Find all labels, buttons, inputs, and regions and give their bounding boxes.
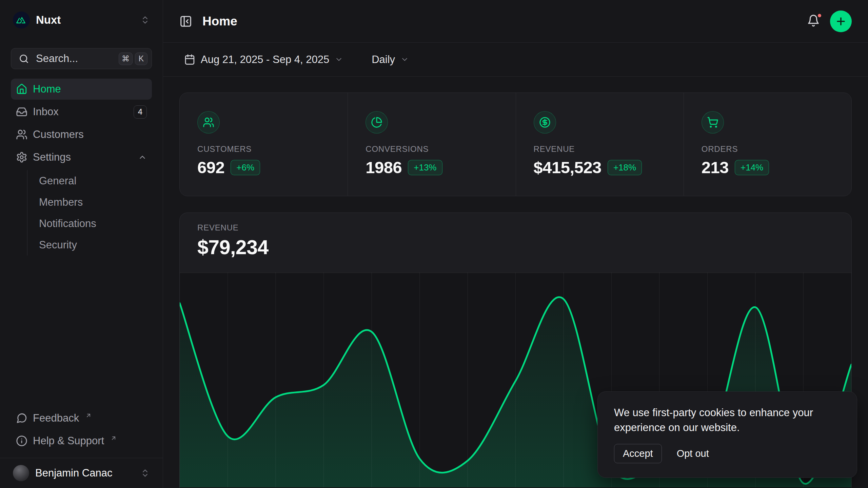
chevron-down-icon <box>335 55 343 64</box>
chevron-down-icon <box>400 55 409 64</box>
filter-bar: Aug 21, 2025 - Sep 4, 2025 Daily <box>163 43 868 77</box>
stat-label: ORDERS <box>702 144 834 154</box>
stat-value: 692 <box>197 158 224 177</box>
chevron-up-down-icon <box>140 15 150 25</box>
dollar-circle-icon <box>534 111 556 134</box>
stat-card-revenue[interactable]: REVENUE $415,523 +18% <box>516 93 684 196</box>
date-range-picker[interactable]: Aug 21, 2025 - Sep 4, 2025 <box>179 50 348 69</box>
sidebar-item-label: Customers <box>33 128 147 141</box>
calendar-icon <box>184 54 195 65</box>
revenue-chart-header: REVENUE $79,234 <box>180 213 851 259</box>
stats-row: CUSTOMERS 692 +6% CONVERSIONS 1986 +13% <box>179 93 852 196</box>
sidebar-item-general[interactable]: General <box>36 170 152 191</box>
cookie-message: We use first-party cookies to enhance yo… <box>614 405 841 435</box>
stat-delta-badge: +18% <box>608 160 642 175</box>
user-menu[interactable]: Benjamin Canac <box>0 458 163 488</box>
stat-card-conversions[interactable]: CONVERSIONS 1986 +13% <box>348 93 515 196</box>
accept-button[interactable]: Accept <box>614 444 662 463</box>
kbd-meta: ⌘ <box>119 53 133 65</box>
sidebar-item-customers[interactable]: Customers <box>11 124 152 145</box>
stat-label: CONVERSIONS <box>366 144 498 154</box>
opt-out-button[interactable]: Opt out <box>677 448 709 459</box>
page-header: Home <box>163 0 868 43</box>
date-range-label: Aug 21, 2025 - Sep 4, 2025 <box>201 54 329 66</box>
kbd-k: K <box>135 53 147 65</box>
cookie-actions: Accept Opt out <box>614 444 841 463</box>
stat-delta-badge: +14% <box>735 160 769 175</box>
users-icon <box>197 111 220 134</box>
inbox-icon <box>16 106 27 118</box>
house-icon <box>16 83 27 95</box>
sidebar-spacer <box>0 257 163 408</box>
chevron-up-down-icon <box>140 468 150 478</box>
add-button[interactable] <box>830 11 852 32</box>
search-shortcut: ⌘ K <box>119 53 147 65</box>
stat-label: REVENUE <box>534 144 666 154</box>
sidebar-item-inbox[interactable]: Inbox 4 <box>11 101 152 122</box>
settings-sub-nav: General Members Notifications Security <box>27 170 152 256</box>
pie-chart-icon <box>366 111 388 134</box>
granularity-select[interactable]: Daily <box>367 50 414 69</box>
revenue-chart-total: $79,234 <box>197 236 834 259</box>
gear-icon <box>16 151 27 163</box>
nuxt-logo <box>13 12 30 28</box>
external-link-arrow-icon <box>85 412 92 419</box>
sidebar-item-label: Settings <box>33 151 133 163</box>
stat-value: 1986 <box>366 158 402 177</box>
sidebar-item-label: Inbox <box>33 106 128 118</box>
user-name: Benjamin Canac <box>35 467 134 479</box>
search-placeholder: Search... <box>36 53 112 65</box>
user-avatar <box>13 465 29 481</box>
revenue-chart-label: REVENUE <box>197 223 834 232</box>
sidebar-item-label: Home <box>33 83 147 95</box>
sidebar-item-members[interactable]: Members <box>36 191 152 213</box>
stat-card-customers[interactable]: CUSTOMERS 692 +6% <box>180 93 348 196</box>
sidebar-item-settings[interactable]: Settings <box>11 147 152 168</box>
shopping-cart-icon <box>702 111 724 134</box>
external-link-arrow-icon <box>110 435 117 442</box>
stat-delta-badge: +13% <box>408 160 442 175</box>
sidebar-item-security[interactable]: Security <box>36 234 152 256</box>
stat-value: 213 <box>702 158 729 177</box>
inbox-count-badge: 4 <box>134 105 147 119</box>
cookie-banner: We use first-party cookies to enhance yo… <box>597 391 857 478</box>
sidebar-item-label: Feedback <box>33 412 79 424</box>
notification-dot <box>817 13 822 18</box>
sidebar-item-help-support[interactable]: Help & Support <box>11 430 152 451</box>
workspace-name: Nuxt <box>36 14 134 26</box>
stat-card-orders[interactable]: ORDERS 213 +14% <box>684 93 851 196</box>
sidebar-item-label: Help & Support <box>33 435 104 447</box>
users-icon <box>16 129 27 140</box>
message-circle-icon <box>16 412 27 424</box>
sidebar-collapse-icon[interactable] <box>179 15 192 28</box>
page-title: Home <box>202 14 237 28</box>
workspace-switcher[interactable]: Nuxt <box>11 10 152 30</box>
info-circle-icon <box>16 435 27 447</box>
sidebar-item-home[interactable]: Home <box>11 79 152 100</box>
stat-label: CUSTOMERS <box>197 144 330 154</box>
granularity-label: Daily <box>372 54 395 66</box>
sidebar-item-notifications[interactable]: Notifications <box>36 213 152 234</box>
sidebar-footer: Feedback Help & Support <box>11 408 152 453</box>
stat-value: $415,523 <box>534 158 601 177</box>
sidebar-item-feedback[interactable]: Feedback <box>11 408 152 429</box>
plus-icon <box>835 16 847 27</box>
search-input[interactable]: Search... ⌘ K <box>11 48 152 69</box>
stat-delta-badge: +6% <box>231 160 260 175</box>
notifications-button[interactable] <box>807 14 820 28</box>
chevron-up-icon <box>138 153 147 162</box>
sidebar: Nuxt Search... ⌘ K Home <box>0 0 163 488</box>
sidebar-nav: Home Inbox 4 Customers Settings <box>11 79 152 257</box>
search-icon <box>19 54 29 64</box>
